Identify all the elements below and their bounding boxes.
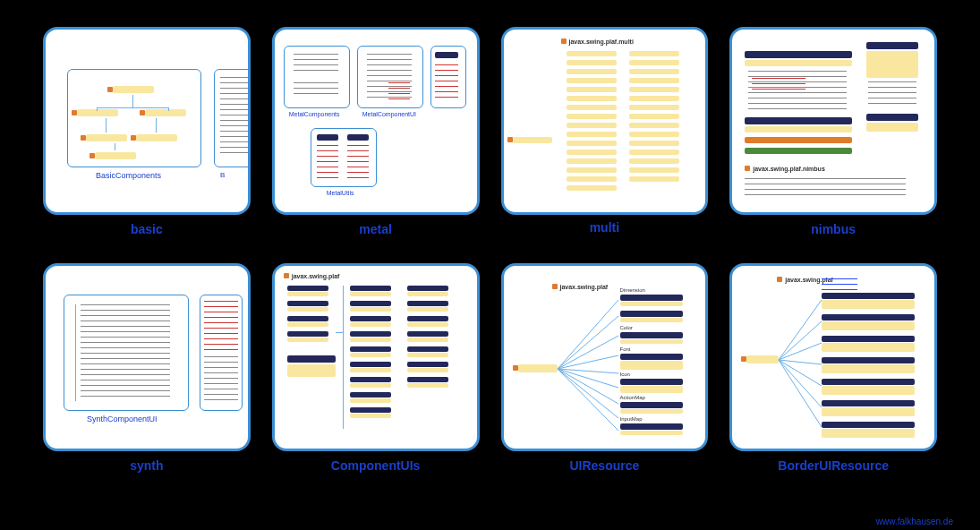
card-componentuis[interactable]: javax.swing.plaf (272, 263, 480, 483)
svg-line-7 (558, 369, 618, 418)
card-basic[interactable]: BasicComponents B basic (43, 27, 251, 247)
thumbnail-synth: SynthComponentUI (43, 263, 251, 451)
thumbnail-uiresource: javax.swing.plaf Dimension Color (501, 263, 709, 451)
card-label-borderuiresource: BorderUIResource (778, 458, 889, 473)
svg-line-6 (558, 369, 618, 404)
card-label-nimbus: nimbus (811, 222, 856, 236)
card-synth[interactable]: SynthComponentUI synth (43, 263, 251, 483)
svg-line-4 (558, 369, 618, 373)
svg-line-3 (558, 355, 618, 369)
card-label-multi: multi (590, 220, 619, 235)
card-label-basic: basic (131, 222, 163, 236)
thumbnail-borderuiresource: javax.swing.plaf (729, 263, 937, 451)
thumbnail-metal: MetalComponents MetalComponentUI MetalUt… (272, 27, 480, 215)
thumbnail-basic: BasicComponents B (43, 27, 251, 215)
svg-line-15 (779, 360, 822, 427)
inner-label: SynthComponentUI (87, 415, 158, 423)
thumbnail-nimbus: javax.swing.plaf.nimbus (729, 27, 937, 215)
svg-line-2 (558, 336, 618, 369)
footer-link[interactable]: www.falkhausen.de (876, 517, 953, 526)
package-label: javax.swing.plaf.nimbus (745, 166, 825, 172)
card-borderuiresource[interactable]: javax.swing.plaf (729, 263, 937, 483)
svg-line-1 (558, 316, 618, 369)
package-label: javax.swing.plaf (284, 273, 340, 279)
svg-line-10 (779, 321, 822, 360)
svg-line-14 (779, 360, 822, 407)
card-label-metal: metal (359, 222, 392, 236)
svg-line-9 (779, 300, 822, 360)
thumbnail-componentuis: javax.swing.plaf (272, 263, 480, 451)
card-uiresource[interactable]: javax.swing.plaf Dimension Color (501, 263, 709, 483)
card-multi[interactable]: javax.swing.plaf.multi (501, 27, 709, 247)
svg-line-0 (558, 300, 618, 369)
card-label-synth: synth (130, 458, 163, 473)
card-nimbus[interactable]: javax.swing.plaf.nimbus nimbus (729, 27, 937, 247)
inner-label: BasicComponents (96, 171, 161, 180)
card-label-componentuis: ComponentUIs (331, 458, 421, 473)
package-label: javax.swing.plaf.multi (561, 38, 634, 45)
thumbnail-multi: javax.swing.plaf.multi (501, 27, 709, 215)
card-metal[interactable]: MetalComponents MetalComponentUI MetalUt… (272, 27, 480, 247)
card-label-uiresource: UIResource (569, 458, 639, 473)
